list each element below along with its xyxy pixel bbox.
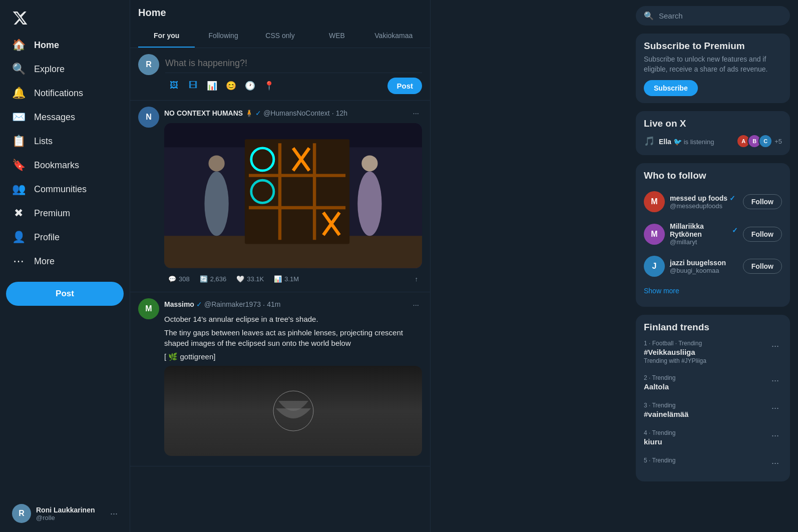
- user-profile-bar[interactable]: R Roni Laukkarinen @rolle ···: [6, 499, 124, 528]
- wtf-info-0: messed up foods ✓ @messedupfoods: [670, 194, 738, 210]
- live-avatars: A B C +5: [736, 134, 782, 148]
- wtf-avatar-0: M: [644, 191, 665, 212]
- trend-more-2[interactable]: ···: [768, 402, 782, 414]
- nav-item-bookmarks[interactable]: 🔖 Bookmarks: [6, 154, 124, 177]
- trend-item-0[interactable]: 1 · Football · Trending #Veikkausliiga T…: [636, 335, 790, 369]
- nav-item-messages[interactable]: ✉️ Messages: [6, 106, 124, 129]
- views-button[interactable]: 📊 3.1M: [270, 272, 303, 286]
- tweet-1-more[interactable]: ···: [410, 107, 422, 119]
- nav-label-explore: Explore: [34, 64, 65, 75]
- tweet-1[interactable]: N NO CONTEXT HUMANS 🧍 ✓ @HumansNoContext…: [130, 101, 430, 292]
- list-icon[interactable]: 📊: [203, 77, 220, 94]
- like-icon: 🤍: [236, 275, 244, 283]
- nav-item-explore[interactable]: 🔍 Explore: [6, 58, 124, 81]
- lists-icon: 📋: [12, 135, 25, 148]
- tweet-1-image: [164, 123, 422, 268]
- trend-meta-4: 5 · Trending: [644, 457, 768, 464]
- trend-more-4[interactable]: ···: [768, 457, 782, 469]
- compose-input[interactable]: [165, 54, 422, 73]
- share-button[interactable]: ↑: [411, 272, 423, 286]
- right-sidebar: 🔍 Subscribe to Premium Subscribe to unlo…: [628, 0, 798, 532]
- tab-for-you[interactable]: For you: [138, 25, 195, 48]
- live-row: 🎵 Ella 🐦 is listening A B C +5: [644, 134, 782, 148]
- trend-item-3[interactable]: 4 · Trending kiuru ···: [636, 424, 790, 452]
- nav-item-notifications[interactable]: 🔔 Notifications: [6, 82, 124, 105]
- svg-point-19: [361, 155, 377, 171]
- messages-icon: ✉️: [12, 111, 25, 124]
- show-more-link[interactable]: Show more: [636, 282, 790, 300]
- tweet-2-avatar: M: [138, 298, 159, 319]
- wtf-handle-0: @messedupfoods: [670, 202, 738, 210]
- trend-info-4: 5 · Trending: [644, 457, 768, 465]
- trend-more-3[interactable]: ···: [768, 429, 782, 442]
- trend-more-1[interactable]: ···: [768, 374, 782, 387]
- nav-item-profile[interactable]: 👤 Profile: [6, 226, 124, 249]
- trend-more-0[interactable]: ···: [768, 340, 782, 352]
- wtf-avatar-1: M: [644, 224, 665, 245]
- nav-label-lists: Lists: [34, 136, 53, 147]
- tweet-header: N NO CONTEXT HUMANS 🧍 ✓ @HumansNoContext…: [138, 107, 422, 286]
- profile-icon: 👤: [12, 231, 25, 244]
- trend-info-2: 3 · Trending #vainelämää: [644, 402, 768, 419]
- svg-point-16: [204, 172, 228, 236]
- ttt-svg: [164, 123, 422, 268]
- reply-icon: 💬: [168, 275, 176, 283]
- follow-button-0[interactable]: Follow: [743, 194, 782, 209]
- tab-web[interactable]: WEB: [308, 25, 365, 48]
- main-content: Home For you Following CSS only WEB Vaki…: [130, 0, 431, 532]
- emoji-icon[interactable]: 😊: [222, 77, 239, 94]
- trend-item-1[interactable]: 2 · Trending Aaltola ···: [636, 369, 790, 397]
- tweet-2[interactable]: M Massimo ✓ @Rainmaker1973 · 41m ··· Oct…: [130, 292, 430, 466]
- nav-item-more[interactable]: ⋯ More: [6, 250, 124, 273]
- tweet-2-more[interactable]: ···: [410, 298, 422, 311]
- tab-following[interactable]: Following: [195, 25, 251, 48]
- nav-label-notifications: Notifications: [34, 88, 83, 99]
- user-handle: @rolle: [36, 514, 105, 521]
- sidebar: 🏠 Home 🔍 Explore 🔔 Notifications ✉️ Mess…: [0, 0, 130, 532]
- trend-item-2[interactable]: 3 · Trending #vainelämää ···: [636, 397, 790, 424]
- tweet-1-image-inner: [164, 123, 422, 268]
- eclipse-svg: [243, 381, 343, 441]
- tweet-2-handle: @Rainmaker1973: [204, 300, 261, 308]
- page-title: Home: [138, 7, 422, 25]
- nav-item-lists[interactable]: 📋 Lists: [6, 130, 124, 153]
- notifications-icon: 🔔: [12, 87, 25, 100]
- user-more-icon[interactable]: ···: [110, 508, 118, 519]
- retweet-icon: 🔄: [200, 275, 208, 283]
- subscribe-button[interactable]: Subscribe: [644, 80, 698, 96]
- search-input[interactable]: [659, 12, 782, 20]
- wtf-item-2[interactable]: J jazzi buugelsson @buugi_koomaa Follow: [636, 251, 790, 282]
- follow-button-2[interactable]: Follow: [743, 259, 782, 274]
- wtf-item-1[interactable]: M Millariikka Rytkönen ✓ @millaryt Follo…: [636, 217, 790, 251]
- more-icon: ⋯: [12, 255, 25, 268]
- tweet-1-name: NO CONTEXT HUMANS: [164, 109, 243, 117]
- retweet-count: 2,636: [210, 275, 227, 283]
- tab-vakiokamaa[interactable]: Vakiokamaa: [365, 25, 422, 48]
- trend-sub-0: Trending with #JYPliiga: [644, 357, 768, 364]
- nav-item-communities[interactable]: 👥 Communities: [6, 178, 124, 201]
- trend-name-1: Aaltola: [644, 382, 768, 391]
- wtf-item-0[interactable]: M messed up foods ✓ @messedupfoods Follo…: [636, 186, 790, 217]
- location-icon[interactable]: 📍: [260, 77, 277, 94]
- tab-css-only[interactable]: CSS only: [252, 25, 308, 48]
- gif-icon[interactable]: 🎞: [184, 77, 201, 94]
- communities-icon: 👥: [12, 183, 25, 196]
- compose-post-button[interactable]: Post: [387, 78, 422, 94]
- nav-item-home[interactable]: 🏠 Home: [6, 34, 124, 57]
- tweet-2-image: [164, 366, 422, 456]
- nav-item-premium[interactable]: ✖ Premium: [6, 202, 124, 225]
- reply-button[interactable]: 💬 308: [164, 272, 194, 286]
- trend-name-3: kiuru: [644, 437, 768, 446]
- live-status: is listening: [684, 138, 714, 146]
- x-logo[interactable]: [6, 4, 124, 32]
- retweet-button[interactable]: 🔄 2,636: [196, 272, 231, 286]
- schedule-icon[interactable]: 🕐: [241, 77, 258, 94]
- trend-item-4[interactable]: 5 · Trending ···: [636, 452, 790, 474]
- who-to-follow-title: Who to follow: [636, 170, 790, 181]
- follow-button-1[interactable]: Follow: [743, 227, 782, 242]
- like-button[interactable]: 🤍 33.1K: [232, 272, 268, 286]
- post-button[interactable]: Post: [6, 282, 124, 306]
- media-icon[interactable]: 🖼: [165, 77, 182, 94]
- trend-name-2: #vainelämää: [644, 410, 768, 418]
- trend-meta-0: 1 · Football · Trending: [644, 340, 768, 347]
